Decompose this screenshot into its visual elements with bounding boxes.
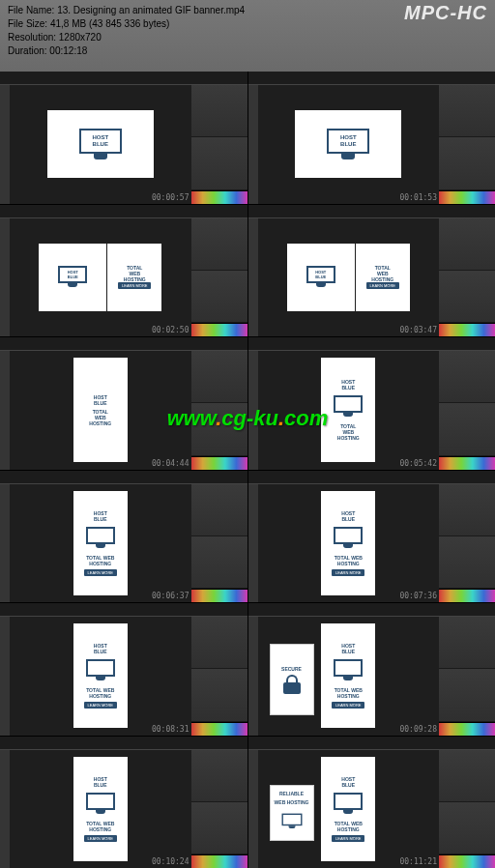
- timestamp: 00:01:53: [399, 193, 437, 202]
- thumb-8[interactable]: HOSTBLUE TOTAL WEB HOSTING LEARN MORE 00…: [248, 471, 496, 603]
- timestamp: 00:09:28: [399, 725, 437, 734]
- monitor-icon: [86, 659, 115, 682]
- thumb-10[interactable]: SECURE HOSTBLUE TOTAL WEB HOSTING LEARN …: [248, 603, 496, 736]
- monitor-icon: [334, 395, 363, 419]
- learn-more-button: LEARN MORE: [332, 569, 364, 576]
- monitor-icon: HOSTBLUE: [306, 266, 335, 289]
- lock-icon: [283, 675, 301, 694]
- timestamp: 00:05:42: [399, 459, 437, 468]
- resolution-label: Resolution:: [8, 32, 56, 43]
- player-logo: MPC-HC: [404, 6, 487, 19]
- timestamp: 00:00:57: [152, 193, 189, 202]
- swatches-icon: [439, 589, 495, 602]
- learn-more-button: LEARN MORE: [84, 835, 117, 842]
- swatches-icon: [439, 722, 495, 736]
- duration-label: Duration:: [8, 45, 47, 56]
- thumbnail-grid: HOSTBLUE 00:00:57 HOSTBLUE 00:01:53: [0, 72, 495, 868]
- resolution-value: 1280x720: [59, 32, 102, 43]
- banner-canvas: HOSTBLUE TOTALWEBHOSTING LEARN MORE: [287, 244, 410, 311]
- timestamp: 00:11:21: [399, 857, 437, 866]
- file-info-bar: File Name: 13. Designing an animated GIF…: [0, 0, 495, 72]
- watermark: www.cg-ku.com: [167, 406, 329, 431]
- swatches-icon: [191, 589, 248, 602]
- filename-label: File Name:: [8, 5, 54, 15]
- learn-more-button: LEARN MORE: [332, 835, 364, 842]
- learn-more-button: LEARN MORE: [118, 282, 151, 289]
- banner-canvas: HOSTBLUE TOTAL WEB HOSTING LEARN MORE: [73, 757, 128, 861]
- swatches-icon: [439, 456, 495, 470]
- thumb-1[interactable]: HOSTBLUE 00:00:57: [0, 72, 248, 204]
- learn-more-button: LEARN MORE: [332, 702, 364, 709]
- timestamp: 00:04:44: [152, 459, 189, 468]
- swatches-icon: [191, 456, 248, 470]
- monitor-icon: HOSTBLUE: [79, 129, 122, 159]
- banner-canvas: HOSTBLUE TOTAL WEB HOSTING LEARN MORE: [73, 491, 128, 595]
- timestamp: 00:02:50: [152, 326, 189, 334]
- banner-canvas: HOSTBLUE TOTAL WEB HOSTING LEARN MORE: [321, 491, 375, 595]
- learn-more-button: LEARN MORE: [84, 569, 117, 576]
- thumb-7[interactable]: HOSTBLUE TOTAL WEB HOSTING LEARN MORE 00…: [0, 471, 248, 603]
- thumb-2[interactable]: HOSTBLUE 00:01:53: [248, 72, 496, 204]
- monitor-icon: [86, 793, 115, 816]
- monitor-icon: [334, 659, 363, 682]
- monitor-icon: [334, 793, 363, 816]
- banner-canvas: HOSTBLUE TOTALWEBHOSTING LEARN MORE: [39, 244, 161, 311]
- learn-more-button: LEARN MORE: [84, 702, 117, 709]
- timestamp: 00:06:37: [152, 592, 189, 600]
- timestamp: 00:07:36: [399, 592, 437, 600]
- timestamp: 00:03:47: [399, 326, 437, 334]
- reliable-overlay: RELIABLE WEB HOSTING: [270, 785, 314, 841]
- banner-canvas: HOSTBLUE TOTALWEBHOSTING: [321, 358, 375, 462]
- swatches-icon: [191, 854, 248, 868]
- thumb-6[interactable]: HOSTBLUE TOTALWEBHOSTING 00:05:42: [248, 337, 496, 470]
- banner-canvas: HOSTBLUE TOTALWEBHOSTING: [73, 358, 128, 462]
- thumb-4[interactable]: HOSTBLUE TOTALWEBHOSTING LEARN MORE 00:0…: [248, 205, 496, 337]
- filesize-value: 41,8 MB (43 845 336 bytes): [50, 18, 169, 29]
- monitor-icon: [334, 527, 363, 550]
- monitor-icon: HOSTBLUE: [327, 129, 369, 159]
- swatches-icon: [191, 323, 248, 336]
- thumb-12[interactable]: RELIABLE WEB HOSTING HOSTBLUE TOTAL WEB …: [248, 737, 496, 869]
- banner-canvas: HOSTBLUE: [295, 110, 401, 178]
- secure-overlay: SECURE: [270, 644, 314, 715]
- filename-value: 13. Designing an animated GIF banner.mp4: [57, 5, 245, 15]
- thumb-11[interactable]: HOSTBLUE TOTAL WEB HOSTING LEARN MORE 00…: [0, 737, 248, 869]
- banner-canvas: HOSTBLUE TOTAL WEB HOSTING LEARN MORE: [73, 623, 128, 728]
- monitor-icon: HOSTBLUE: [58, 266, 87, 289]
- timestamp: 00:10:24: [152, 857, 189, 866]
- banner-canvas: HOSTBLUE: [47, 110, 154, 178]
- thumb-9[interactable]: HOSTBLUE TOTAL WEB HOSTING LEARN MORE 00…: [0, 603, 248, 736]
- swatches-icon: [439, 323, 495, 336]
- learn-more-button: LEARN MORE: [366, 282, 399, 289]
- thumb-5[interactable]: HOSTBLUE TOTALWEBHOSTING 00:04:44: [0, 337, 248, 470]
- thumb-3[interactable]: HOSTBLUE TOTALWEBHOSTING LEARN MORE 00:0…: [0, 205, 248, 337]
- swatches-icon: [191, 722, 248, 736]
- filesize-label: File Size:: [8, 18, 47, 29]
- timestamp: 00:08:31: [152, 725, 189, 734]
- banner-canvas: HOSTBLUE TOTAL WEB HOSTING LEARN MORE: [321, 623, 375, 728]
- duration-value: 00:12:18: [49, 45, 87, 56]
- monitor-icon: [86, 527, 115, 550]
- swatches-icon: [439, 190, 495, 204]
- swatches-icon: [191, 190, 248, 204]
- monitor-icon: [281, 813, 302, 829]
- swatches-icon: [439, 854, 495, 868]
- banner-canvas: HOSTBLUE TOTAL WEB HOSTING LEARN MORE: [321, 757, 375, 861]
